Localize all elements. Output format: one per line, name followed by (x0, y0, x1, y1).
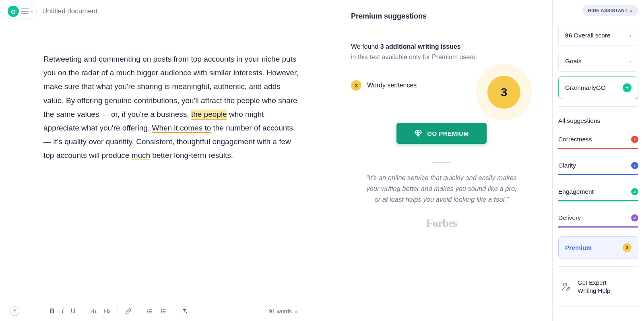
grammarlygo-icon: ✦ (623, 83, 632, 92)
chevron-right-icon: › (630, 58, 632, 64)
chevron-up-icon: ▲ (294, 309, 298, 313)
editor-text[interactable]: better long-term results. (150, 151, 233, 159)
testimonial-attribution: Forbes (351, 217, 532, 230)
category-label: Delivery (558, 214, 581, 222)
clear-format-icon (182, 308, 188, 315)
premium-found-text: We found 3 additional writing issues (351, 43, 532, 50)
underline-button[interactable]: U (68, 306, 78, 317)
svg-point-8 (161, 311, 162, 311)
person-edit-icon (561, 282, 571, 292)
highlight-wordy-1[interactable]: the people (191, 110, 227, 120)
chevron-double-right-icon: » (630, 8, 633, 13)
big-issue-count-wrap: 3 (476, 64, 532, 120)
bold-button[interactable]: B (47, 306, 57, 317)
issue-label[interactable]: Wordy sentences (367, 82, 417, 89)
overall-score-card[interactable]: 96Overall score › (558, 25, 638, 46)
check-icon: ✓ (631, 136, 638, 143)
check-icon: ✓ (631, 162, 638, 169)
category-bar (558, 174, 638, 175)
category-premium[interactable]: Premium 3 (558, 236, 638, 259)
separator (139, 307, 139, 315)
link-icon (125, 308, 132, 315)
category-bar (558, 226, 638, 228)
category-label: Clarity (558, 162, 576, 169)
h2-button[interactable]: H2 (101, 307, 113, 316)
separator (174, 307, 174, 315)
svg-point-7 (161, 309, 162, 310)
ordered-list-icon (147, 308, 153, 315)
hide-assistant-button[interactable]: HIDE ASSISTANT » (582, 5, 638, 16)
svg-point-0 (564, 283, 567, 286)
issue-count-badge: 3 (351, 80, 361, 91)
help-icon[interactable]: ? (10, 307, 19, 316)
link-button[interactable] (123, 307, 134, 316)
hide-assistant-label: HIDE ASSISTANT (588, 8, 628, 13)
divider (558, 307, 638, 307)
score-number: 96 (565, 32, 572, 39)
diamond-icon (414, 129, 422, 137)
goals-card[interactable]: Goals › (558, 51, 638, 72)
check-icon: ✓ (631, 214, 638, 222)
chevron-right-icon: › (630, 32, 632, 39)
category-engagement[interactable]: Engagement ✓ (558, 184, 638, 198)
expert-label-2: Writing Help (578, 287, 610, 295)
editor-content[interactable]: Retweeting and commenting on posts from … (43, 52, 299, 163)
goals-label: Goals (565, 58, 582, 65)
editor-text[interactable]: Retweeting and commenting on posts from … (43, 55, 299, 118)
svg-point-9 (161, 313, 162, 313)
category-label: Engagement (558, 188, 594, 195)
go-premium-label: GO PREMIUM (427, 130, 469, 137)
category-clarity[interactable]: Clarity ✓ (558, 158, 638, 172)
bullet-list-button[interactable] (158, 307, 169, 316)
clear-format-button[interactable] (179, 307, 190, 316)
premium-label: Premium (565, 244, 592, 251)
divider (558, 106, 638, 107)
expert-label-1: Get Expert (578, 279, 610, 287)
highlight-wordy-3[interactable]: much (132, 151, 150, 160)
category-label: Correctness (558, 136, 592, 143)
premium-count-badge: 3 (623, 243, 632, 252)
go-premium-button[interactable]: GO PREMIUM (396, 123, 487, 144)
highlight-wordy-2[interactable]: When it comes to (152, 124, 211, 133)
score-label: Overall score (574, 32, 610, 39)
italic-button[interactable]: I (60, 306, 66, 317)
category-bar (558, 148, 638, 149)
divider (558, 266, 638, 267)
word-count[interactable]: 91 words ▲ (269, 308, 298, 315)
word-count-text: 91 words (269, 308, 292, 315)
grammarlygo-card[interactable]: GrammarlyGO ✦ (558, 77, 638, 99)
premium-suggestions-title: Premium suggestions (351, 12, 532, 21)
separator (118, 307, 118, 315)
category-delivery[interactable]: Delivery ✓ (558, 210, 638, 224)
bullet-list-icon (160, 308, 167, 315)
h1-button[interactable]: H1 (88, 307, 99, 316)
category-bar (558, 200, 638, 201)
check-icon: ✓ (631, 188, 638, 195)
category-correctness[interactable]: Correctness ✓ (558, 132, 638, 145)
premium-found-subtext: in this text available only for Premium … (351, 54, 532, 61)
grammarlygo-label: GrammarlyGO (565, 84, 606, 91)
quotes-icon: ❞ (561, 319, 566, 321)
plagiarism-link[interactable]: ❞ Plagiarism (558, 314, 638, 321)
testimonial-quote: “It's an online service that quickly and… (351, 172, 532, 205)
numbered-list-button[interactable] (144, 307, 155, 316)
big-issue-count: 3 (487, 76, 520, 109)
separator (83, 307, 83, 315)
all-suggestions-link[interactable]: All suggestions (558, 114, 638, 132)
divider (432, 162, 451, 163)
expert-help-link[interactable]: Get ExpertWriting Help (558, 274, 638, 299)
